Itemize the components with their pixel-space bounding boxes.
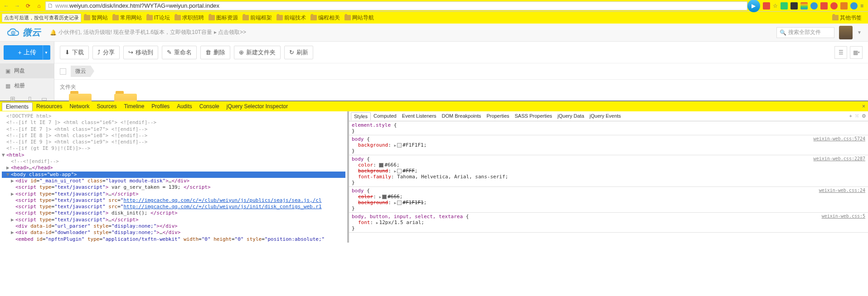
browser-toolbar: ← → ⟳ ⌂ 🗋 www.weiyun.com/disk/index.html… xyxy=(0,0,868,12)
sidebar-item-disk[interactable]: ▣ 网盘 xyxy=(0,63,54,78)
style-source-link[interactable]: weixin-web.css:2287 xyxy=(814,156,865,161)
style-rule[interactable]: weixin-web.css:5724body {background: ▶#F… xyxy=(349,135,868,155)
edit-icon: ✎ xyxy=(167,49,172,56)
bookmark-item[interactable]: 前端框架 xyxy=(242,14,272,22)
ext-icon[interactable] xyxy=(810,2,818,10)
ext-icon[interactable] xyxy=(781,2,788,10)
ext-icon[interactable] xyxy=(763,2,770,10)
notice-bar: 🔔 小伙伴们, 活动升级啦! 现在登录手机1.6版本，立即领取10T容量 ▸ 点… xyxy=(50,29,246,36)
ext-icon[interactable] xyxy=(800,2,808,10)
devtools-tab[interactable]: Elements xyxy=(2,102,33,111)
move-button[interactable]: ↪移动到 xyxy=(123,46,158,59)
bookmarks-bar: 点击可后退，按住可查看历史记录 暂网站常用网站IT论坛求职招聘图标资源前端框架前… xyxy=(0,12,868,24)
rename-button[interactable]: ✎重命名 xyxy=(162,46,197,59)
folder-icon xyxy=(310,15,317,20)
devtools-tab[interactable]: jQuery Selector Inspector xyxy=(223,102,291,111)
styles-tab[interactable]: jQuery Events xyxy=(587,112,624,120)
new-rule-icon[interactable]: + xyxy=(849,113,852,119)
back-button[interactable]: ← xyxy=(2,1,11,10)
styles-tab[interactable]: SASS Properties xyxy=(512,112,555,120)
styles-tab[interactable]: DOM Breakpoints xyxy=(439,112,484,120)
devtools-tab[interactable]: Profiles xyxy=(148,102,173,111)
folder-plus-icon: ⊕ xyxy=(239,49,244,56)
chevron-down-icon[interactable]: ▼ xyxy=(857,30,862,35)
refresh-icon: ↻ xyxy=(289,49,294,56)
bookmark-item[interactable]: IT论坛 xyxy=(146,14,170,22)
style-rule[interactable]: element.style {} xyxy=(349,121,868,135)
styles-tab[interactable]: Event Listeners xyxy=(399,112,439,120)
new-folder-button[interactable]: ⊕新建文件夹 xyxy=(234,46,281,59)
bell-icon: 🔔 xyxy=(50,29,57,36)
style-source-link[interactable]: weixin-web.css:5724 xyxy=(814,136,865,141)
devtools-tab[interactable]: Timeline xyxy=(120,102,148,111)
elements-panel[interactable]: <!DOCTYPE html><!--[if lt IE 7 ]> <html … xyxy=(0,111,347,243)
styles-tab[interactable]: Styles xyxy=(351,112,371,120)
styles-tab[interactable]: jQuery Data xyxy=(555,112,587,120)
ext-icon[interactable] xyxy=(790,2,798,10)
forward-button[interactable]: → xyxy=(13,1,22,10)
bookmark-item[interactable]: 前端技术 xyxy=(276,14,306,22)
bookmark-item[interactable]: 求职招聘 xyxy=(175,14,204,22)
toggle-state-icon[interactable]: ⁙ xyxy=(855,113,859,119)
download-icon: ⬇ xyxy=(65,49,70,56)
devtools-tabs: ElementsResourcesNetworkSourcesTimelineP… xyxy=(0,101,868,111)
ext-icon[interactable] xyxy=(840,2,848,10)
devtools-tab[interactable]: Sources xyxy=(93,102,120,111)
folder-icon xyxy=(344,15,351,20)
download-button[interactable]: ⬇下载 xyxy=(60,46,89,59)
section-header: 文件夹 xyxy=(60,83,863,91)
chevron-down-icon[interactable]: ▼ xyxy=(44,51,48,55)
grid-view-button[interactable]: ▦▾ xyxy=(850,46,863,59)
url-bar[interactable]: 🗋 www.weiyun.com/disk/index.html?WYTAG=w… xyxy=(45,1,747,10)
bookmark-item[interactable]: 网站导航 xyxy=(344,14,374,22)
list-view-button[interactable]: ☰ xyxy=(834,46,847,59)
logo[interactable]: 微云 xyxy=(6,26,41,38)
ext-icon[interactable] xyxy=(850,2,858,10)
bookmark-item[interactable]: 图标资源 xyxy=(209,14,238,22)
devtools-tab[interactable]: Console xyxy=(196,102,223,111)
style-rule[interactable]: weixin-web.css:2287body {color: #666;bac… xyxy=(349,155,868,187)
refresh-button[interactable]: ↻刷新 xyxy=(284,46,313,59)
devtools-tab[interactable]: Audits xyxy=(173,102,195,111)
bookmark-item[interactable]: 常用网站 xyxy=(112,14,142,22)
select-all-checkbox[interactable] xyxy=(60,68,66,75)
sidebar: + 上传 ▼ ▣ 网盘 ▦ 相册 ⊞Android ▯iPhone ▭iPad xyxy=(0,42,54,100)
play-icon[interactable]: ▶ xyxy=(747,0,760,12)
share-button[interactable]: ⤴分享 xyxy=(92,46,120,59)
ext-icon[interactable] xyxy=(830,2,838,10)
other-bookmarks[interactable]: 其他书签 xyxy=(832,14,862,22)
reload-button[interactable]: ⟳ xyxy=(24,1,33,10)
style-rule[interactable]: weixin-web.css:24body {color: ▶#666;back… xyxy=(349,187,868,213)
menu-icon[interactable]: ≡ xyxy=(860,3,863,9)
notice-link[interactable]: ▸ 点击领取>> xyxy=(214,29,246,36)
trash-icon: 🗑 xyxy=(205,49,211,56)
search-input[interactable]: 🔍 搜索全部文件 xyxy=(776,27,834,38)
bookmark-item[interactable]: 编程相关 xyxy=(310,14,340,22)
delete-button[interactable]: 🗑删除 xyxy=(200,46,230,59)
home-button[interactable]: ⌂ xyxy=(34,1,44,10)
extension-icons: ☆ ≡ xyxy=(760,2,866,10)
star-icon[interactable]: ☆ xyxy=(773,3,778,9)
style-source-link[interactable]: weixin-web.css:24 xyxy=(819,188,865,193)
folder-icon xyxy=(832,15,839,20)
devtools-tab[interactable]: Resources xyxy=(33,102,66,111)
close-icon[interactable]: × xyxy=(862,103,865,110)
disk-icon: ▣ xyxy=(5,68,10,74)
breadcrumb-root[interactable]: 微云 xyxy=(71,66,91,77)
ext-icon[interactable] xyxy=(820,2,828,10)
avatar[interactable] xyxy=(839,26,853,39)
devtools-tab[interactable]: Network xyxy=(66,102,93,111)
style-rule[interactable]: weixin-web.css:5body, button, input, sel… xyxy=(349,213,868,233)
style-source-link[interactable]: weixin-web.css:5 xyxy=(822,214,865,219)
styles-tab[interactable]: Properties xyxy=(484,112,512,120)
sidebar-item-album[interactable]: ▦ 相册 xyxy=(0,78,54,93)
folder-icon xyxy=(175,15,181,20)
bookmark-item[interactable]: 暂网站 xyxy=(84,14,108,22)
folder-icon xyxy=(276,15,283,20)
cloud-icon xyxy=(6,28,20,38)
styles-tab[interactable]: Computed xyxy=(371,112,399,120)
gear-icon[interactable]: ⚙ xyxy=(862,113,866,119)
devtools: ElementsResourcesNetworkSourcesTimelineP… xyxy=(0,100,868,243)
app-header: 微云 🔔 小伙伴们, 活动升级啦! 现在登录手机1.6版本，立即领取10T容量 … xyxy=(0,24,868,42)
upload-button[interactable]: + 上传 ▼ xyxy=(4,45,50,60)
